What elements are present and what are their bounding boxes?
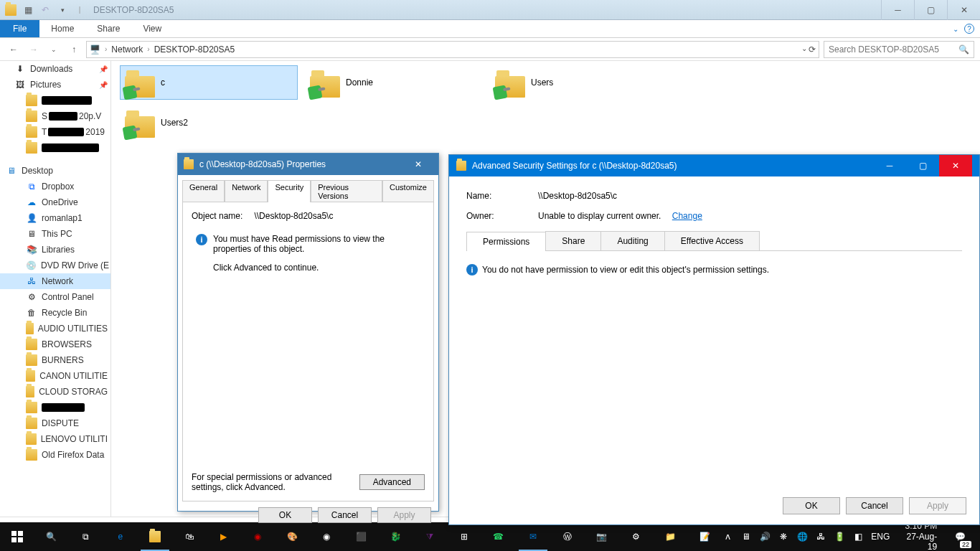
- properties-apply-button[interactable]: Apply: [377, 507, 431, 523]
- battery-icon[interactable]: 🔋: [834, 532, 845, 542]
- adv-cancel-button[interactable]: Cancel: [846, 497, 903, 514]
- adv-maximize-button[interactable]: ▢: [906, 155, 939, 176]
- properties-cancel-button[interactable]: Cancel: [318, 507, 372, 523]
- tree-libraries[interactable]: 📚Libraries: [0, 242, 110, 258]
- navigation-tree[interactable]: ⬇Downloads📌 🖼Pictures📌 S20p.V T2019 🖥Des…: [0, 61, 111, 517]
- tree-onedrive[interactable]: ☁OneDrive: [0, 194, 110, 210]
- tray-icon[interactable]: ❋: [778, 532, 789, 542]
- tree-thispc[interactable]: 🖥This PC: [0, 226, 110, 242]
- tab-security[interactable]: Security: [268, 180, 311, 202]
- tree-folder[interactable]: CLOUD STORAG: [0, 384, 110, 400]
- tab-permissions[interactable]: Permissions: [466, 232, 546, 251]
- object-name-value: \\Desktop-8d20sa5\c: [254, 211, 333, 221]
- tree-dvd[interactable]: 💿DVD RW Drive (E: [0, 258, 110, 273]
- refresh-icon[interactable]: ⟳: [809, 44, 816, 55]
- properties-close-button[interactable]: ✕: [404, 159, 433, 169]
- share-tab[interactable]: Share: [85, 20, 131, 37]
- tab-auditing[interactable]: Auditing: [600, 231, 664, 250]
- recent-dropdown-icon[interactable]: ⌄: [46, 42, 62, 57]
- app-icon[interactable]: ⊞: [447, 522, 481, 551]
- adv-close-button[interactable]: ✕: [939, 155, 972, 176]
- tree-desktop[interactable]: 🖥Desktop: [0, 163, 110, 179]
- tree-recycle[interactable]: 🗑Recycle Bin: [0, 305, 110, 321]
- tab-network[interactable]: Network: [225, 180, 268, 202]
- breadcrumb-network[interactable]: Network: [111, 44, 143, 55]
- start-button[interactable]: [0, 522, 34, 551]
- outlook-icon[interactable]: ✉: [516, 522, 550, 551]
- search-button[interactable]: 🔍: [34, 522, 69, 551]
- properties-ok-button[interactable]: OK: [258, 507, 312, 523]
- tree-downloads[interactable]: ⬇Downloads📌: [0, 61, 110, 77]
- properties-titlebar[interactable]: c (\\Desktop-8d20sa5) Properties ✕: [178, 154, 438, 175]
- tab-customize[interactable]: Customize: [382, 180, 434, 202]
- properties-qat-icon[interactable]: ▦: [20, 2, 36, 18]
- advanced-security-titlebar[interactable]: Advanced Security Settings for c (\\Desk…: [449, 155, 979, 176]
- help-icon[interactable]: ?: [964, 24, 974, 34]
- forward-button[interactable]: →: [26, 42, 42, 57]
- minimize-button[interactable]: ─: [881, 0, 914, 20]
- task-view-button[interactable]: ⧉: [69, 522, 103, 551]
- tree-folder[interactable]: BURNERS: [0, 352, 110, 368]
- close-button[interactable]: ✕: [947, 0, 980, 20]
- tray-icon[interactable]: 🖧: [815, 532, 826, 542]
- tree-folder[interactable]: CANON UTILITIE: [0, 368, 110, 384]
- clock[interactable]: 3:10 PM 27-Aug-19: [897, 521, 937, 551]
- address-bar[interactable]: 🖥️ › Network › DESKTOP-8D20SA5 ⌄ ⟳: [86, 41, 819, 58]
- tree-folder[interactable]: BROWSERS: [0, 336, 110, 352]
- tree-redacted[interactable]: T2019: [0, 124, 110, 140]
- home-tab[interactable]: Home: [39, 20, 85, 37]
- explorer-taskbar-icon[interactable]: [138, 522, 172, 551]
- share-item-users[interactable]: Users: [490, 65, 668, 100]
- change-owner-link[interactable]: Change: [672, 211, 702, 221]
- volume-icon[interactable]: 🔊: [759, 532, 771, 542]
- tab-general[interactable]: General: [182, 180, 225, 202]
- notepad-icon[interactable]: 📝: [687, 522, 722, 551]
- back-button[interactable]: ←: [6, 42, 22, 57]
- tree-redacted[interactable]: [0, 140, 110, 156]
- adv-ok-button[interactable]: OK: [783, 497, 840, 514]
- tree-user[interactable]: 👤romanlap1: [0, 210, 110, 226]
- ribbon-expand-icon[interactable]: ⌄: [953, 25, 958, 33]
- whatsapp-icon[interactable]: ☎: [481, 522, 516, 551]
- tray-icon[interactable]: 🖥: [740, 532, 752, 542]
- tab-effective-access[interactable]: Effective Access: [664, 231, 760, 250]
- up-button[interactable]: ↑: [66, 42, 82, 57]
- share-item-donnie[interactable]: Donnie: [305, 65, 483, 100]
- breadcrumb-host[interactable]: DESKTOP-8D20SA5: [154, 44, 235, 55]
- share-item-users2[interactable]: Users2: [120, 105, 298, 140]
- tree-dropbox[interactable]: ⧉Dropbox: [0, 179, 110, 194]
- action-center-button[interactable]: 💬 22: [944, 522, 976, 551]
- search-input[interactable]: Search DESKTOP-8D20SA5 🔍: [824, 41, 974, 58]
- view-tab[interactable]: View: [131, 20, 173, 37]
- tree-redacted[interactable]: [0, 93, 110, 108]
- tree-redacted[interactable]: S20p.V: [0, 108, 110, 124]
- undo-qat-icon[interactable]: ↶: [37, 2, 53, 18]
- address-dropdown-icon[interactable]: ⌄: [801, 44, 807, 55]
- maximize-button[interactable]: ▢: [914, 0, 947, 20]
- language-indicator[interactable]: ENG: [871, 532, 890, 542]
- tab-previous-versions[interactable]: Previous Versions: [311, 180, 382, 202]
- tree-folder[interactable]: AUDIO UTILITIES: [0, 321, 110, 336]
- tree-control-panel[interactable]: ⚙Control Panel: [0, 289, 110, 305]
- tray-icon[interactable]: ◧: [852, 532, 864, 542]
- tree-redacted[interactable]: [0, 400, 110, 415]
- settings-icon[interactable]: ⚙: [619, 522, 654, 551]
- app-icon[interactable]: 📁: [654, 522, 688, 551]
- tray-overflow-icon[interactable]: ʌ: [722, 532, 733, 542]
- edge-icon[interactable]: e: [103, 522, 138, 551]
- app-icon[interactable]: Ⓦ: [550, 522, 585, 551]
- tree-pictures[interactable]: 🖼Pictures📌: [0, 77, 110, 93]
- tree-folder[interactable]: DISPUTE: [0, 415, 110, 431]
- network-tray-icon[interactable]: 🌐: [796, 532, 808, 542]
- tree-folder[interactable]: LENOVO UTILITI: [0, 431, 110, 447]
- file-tab[interactable]: File: [0, 20, 39, 37]
- qat-dropdown-icon[interactable]: ▾: [55, 2, 70, 18]
- adv-minimize-button[interactable]: ─: [873, 155, 906, 176]
- tab-share[interactable]: Share: [545, 231, 601, 250]
- share-item-c[interactable]: c: [120, 65, 298, 100]
- tree-folder[interactable]: Old Firefox Data: [0, 447, 110, 463]
- tree-network[interactable]: 🖧Network: [0, 273, 110, 289]
- app-icon[interactable]: 📷: [585, 522, 619, 551]
- adv-apply-button[interactable]: Apply: [909, 497, 966, 514]
- advanced-button[interactable]: Advanced: [359, 474, 425, 490]
